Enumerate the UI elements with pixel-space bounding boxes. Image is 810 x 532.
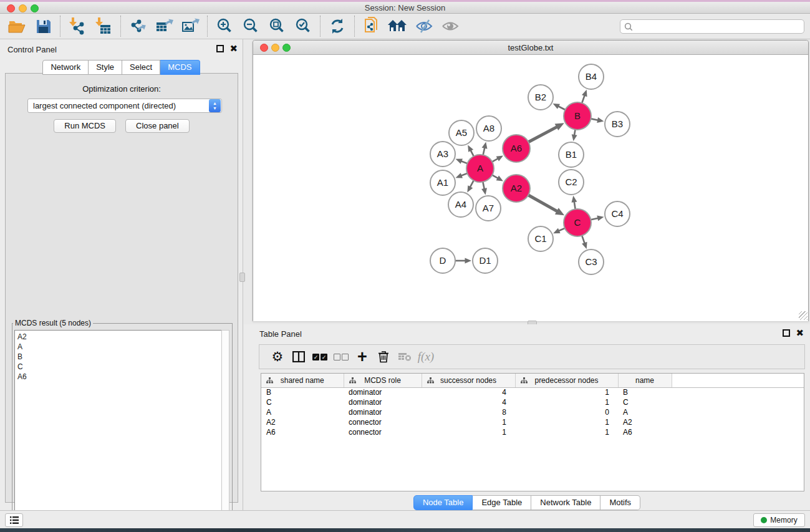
node-table[interactable]: shared nameMCDS rolesuccessor nodesprede… bbox=[261, 373, 804, 491]
column-header-MCDS-role[interactable]: MCDS role bbox=[344, 374, 422, 387]
zoom-out-icon[interactable] bbox=[239, 16, 262, 37]
edge-C-C4[interactable] bbox=[591, 218, 598, 220]
search-input[interactable] bbox=[635, 22, 804, 31]
export-image-icon[interactable] bbox=[179, 16, 201, 37]
arrowhead-icon bbox=[571, 196, 577, 203]
export-network-icon[interactable] bbox=[127, 16, 149, 37]
eye-icon[interactable] bbox=[439, 16, 461, 37]
graph-node-label: A1 bbox=[437, 177, 448, 188]
edge-A-A6[interactable] bbox=[492, 158, 498, 162]
zoom-in-icon[interactable] bbox=[213, 16, 236, 37]
save-icon[interactable] bbox=[32, 16, 54, 37]
graph-node-label: A5 bbox=[456, 127, 467, 138]
edge-B-B4[interactable] bbox=[582, 95, 584, 103]
tab-select[interactable]: Select bbox=[122, 60, 160, 75]
edge-A-A4[interactable] bbox=[470, 180, 474, 187]
column-header-shared-name[interactable]: shared name bbox=[261, 374, 344, 387]
close-panel-icon[interactable]: ✖ bbox=[229, 44, 238, 53]
mcds-result-item[interactable]: A bbox=[17, 342, 222, 352]
table-row[interactable]: Cdominator41C bbox=[261, 397, 804, 407]
arrowhead-icon bbox=[582, 90, 587, 97]
edge-A6-B[interactable] bbox=[528, 127, 557, 142]
mcds-result-title: MCDS result (5 nodes) bbox=[13, 319, 93, 327]
zoom-selected-icon[interactable] bbox=[292, 16, 314, 37]
result-scrollbar[interactable] bbox=[221, 330, 229, 527]
edge-A-A7[interactable] bbox=[483, 182, 484, 190]
mcds-result-item[interactable]: C bbox=[17, 362, 222, 372]
graph-node-label: A7 bbox=[483, 203, 494, 213]
criterion-select[interactable]: largest connected component (directed) ▲… bbox=[27, 99, 222, 113]
table-row[interactable]: Adominator80A bbox=[261, 407, 804, 417]
gear-icon[interactable]: ⚙ bbox=[267, 347, 288, 366]
network-graph[interactable]: B4B2BB3A8A5A6A3B1AA1C2A2A4A7C4CC1C3DD1 bbox=[253, 55, 808, 321]
network-area: testGlobe.txt B4B2BB3A8A5A6A3B1AA1C2A2A4… bbox=[244, 39, 810, 510]
import-table-icon[interactable] bbox=[92, 16, 115, 37]
refresh-icon[interactable] bbox=[326, 16, 349, 37]
network-window-titlebar[interactable]: testGlobe.txt bbox=[253, 41, 808, 55]
graph-node-label: A4 bbox=[455, 199, 466, 210]
duplicate-network-icon[interactable] bbox=[360, 16, 383, 37]
float-panel-icon[interactable] bbox=[216, 45, 224, 52]
tab-motifs[interactable]: Motifs bbox=[600, 495, 640, 510]
edge-A-A2[interactable] bbox=[492, 175, 498, 178]
edge-A2-C[interactable] bbox=[528, 195, 557, 211]
graph-node-label: D1 bbox=[479, 255, 491, 266]
tab-mcds[interactable]: MCDS bbox=[160, 60, 200, 75]
run-mcds-button[interactable]: Run MCDS bbox=[54, 119, 116, 133]
edge-A-A5[interactable] bbox=[471, 150, 474, 157]
search-icon bbox=[624, 22, 633, 31]
edge-A-A8[interactable] bbox=[483, 148, 485, 155]
edge-B-B3[interactable] bbox=[591, 118, 599, 120]
column-header-predecessor-nodes[interactable]: predecessor nodes bbox=[515, 374, 618, 387]
export-table-icon[interactable] bbox=[153, 16, 175, 37]
column-header-successor-nodes[interactable]: successor nodes bbox=[422, 374, 515, 387]
add-column-icon[interactable]: + bbox=[352, 347, 373, 366]
column-header-name[interactable]: name bbox=[618, 374, 672, 387]
unselect-all-icon[interactable] bbox=[330, 347, 352, 366]
close-panel-button[interactable]: Close panel bbox=[125, 119, 190, 133]
import-network-icon[interactable] bbox=[66, 16, 89, 37]
hide-eye-icon[interactable] bbox=[413, 16, 435, 37]
open-file-icon[interactable] bbox=[6, 16, 28, 37]
arrowhead-icon bbox=[572, 134, 577, 141]
table-row[interactable]: A2connector11A2 bbox=[261, 417, 804, 427]
edge-C-C2[interactable] bbox=[574, 201, 576, 209]
edge-B-B2[interactable] bbox=[558, 106, 565, 110]
mcds-result-item[interactable]: B bbox=[17, 352, 222, 362]
edge-A-A3[interactable] bbox=[461, 161, 467, 163]
select-all-icon[interactable]: ✓✓ bbox=[309, 347, 330, 366]
home-icon[interactable] bbox=[387, 16, 409, 37]
graph-node-label: A3 bbox=[437, 148, 448, 159]
mcds-result-list[interactable]: A2ABCA6 bbox=[14, 330, 223, 527]
close-table-panel-icon[interactable]: ✖ bbox=[796, 329, 804, 337]
tab-node-table[interactable]: Node Table bbox=[413, 495, 473, 510]
mcds-result-item[interactable]: A6 bbox=[17, 372, 222, 382]
criterion-value: largest connected component (directed) bbox=[28, 101, 209, 110]
edge-C-C1[interactable] bbox=[559, 228, 565, 231]
function-builder-icon[interactable]: f(x) bbox=[415, 347, 436, 366]
delete-column-icon[interactable] bbox=[373, 347, 394, 366]
toolbar-separator bbox=[120, 16, 121, 37]
memory-button[interactable]: Memory bbox=[753, 513, 805, 527]
window-title: Session: New Session bbox=[0, 3, 810, 12]
edge-B-B1[interactable] bbox=[574, 130, 575, 135]
float-table-panel-icon[interactable] bbox=[783, 329, 790, 337]
delete-table-icon[interactable] bbox=[394, 347, 415, 366]
memory-label: Memory bbox=[770, 516, 797, 525]
edge-C-C3[interactable] bbox=[582, 236, 584, 243]
graph-node-label: B bbox=[574, 110, 581, 121]
column-view-icon[interactable] bbox=[288, 347, 309, 366]
mcds-result-item[interactable]: A2 bbox=[17, 332, 222, 342]
resize-grip-icon[interactable] bbox=[799, 311, 808, 320]
table-row[interactable]: Bdominator41B bbox=[261, 387, 804, 397]
tab-network-table[interactable]: Network Table bbox=[531, 495, 600, 510]
table-row[interactable]: A6connector11A6 bbox=[261, 427, 804, 437]
tab-edge-table[interactable]: Edge Table bbox=[473, 495, 531, 510]
tab-style[interactable]: Style bbox=[89, 60, 122, 75]
search-box[interactable] bbox=[620, 19, 804, 34]
split-divider-handle[interactable] bbox=[239, 273, 245, 282]
zoom-fit-icon[interactable] bbox=[266, 16, 288, 37]
tab-network[interactable]: Network bbox=[42, 60, 89, 75]
task-history-button[interactable] bbox=[5, 513, 23, 527]
edge-A-A1[interactable] bbox=[461, 173, 467, 176]
